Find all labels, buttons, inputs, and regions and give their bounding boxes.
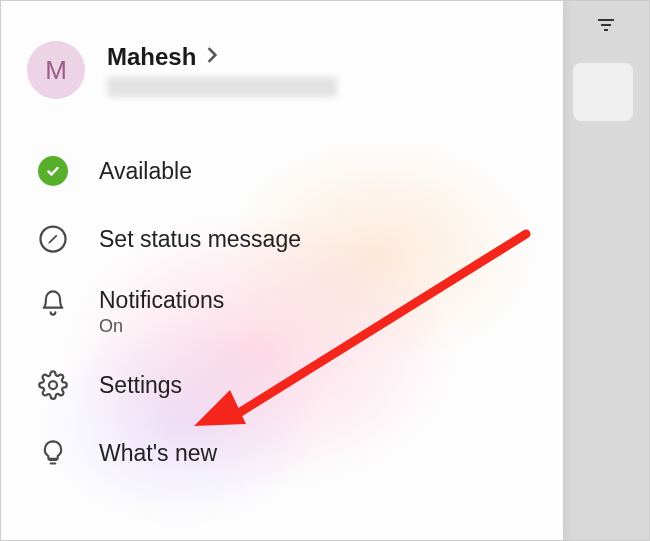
top-bar	[563, 1, 649, 56]
menu-item-whats-new[interactable]: What's new	[1, 419, 563, 487]
menu-item-settings[interactable]: Settings	[1, 351, 563, 419]
menu-item-set-status[interactable]: Set status message	[1, 205, 563, 273]
menu-item-label: What's new	[99, 440, 217, 467]
menu-item-notifications[interactable]: Notifications On	[1, 273, 563, 351]
profile-name-row[interactable]: Mahesh	[107, 43, 337, 71]
gear-icon	[37, 369, 69, 401]
menu-item-label: Settings	[99, 372, 182, 399]
lightbulb-icon	[37, 437, 69, 469]
profile-name: Mahesh	[107, 43, 196, 71]
avatar: M	[27, 41, 85, 99]
menu-item-available[interactable]: Available	[1, 137, 563, 205]
background-card	[573, 63, 633, 121]
menu-list: Available Set status message	[1, 137, 563, 487]
profile-menu-panel: M Mahesh	[1, 1, 563, 541]
menu-item-sublabel: On	[99, 316, 224, 337]
avatar-initial: M	[45, 55, 67, 86]
profile-info: Mahesh	[107, 43, 337, 97]
profile-subtitle-redacted	[107, 77, 337, 97]
edit-status-icon	[37, 223, 69, 255]
menu-item-label: Notifications	[99, 287, 224, 314]
available-status-icon	[37, 155, 69, 187]
profile-header[interactable]: M Mahesh	[1, 1, 563, 109]
bell-icon	[37, 287, 69, 319]
menu-item-label: Set status message	[99, 226, 301, 253]
chevron-right-icon	[206, 47, 218, 67]
svg-point-4	[49, 381, 57, 389]
menu-item-label: Available	[99, 158, 192, 185]
filter-icon[interactable]	[594, 13, 618, 41]
